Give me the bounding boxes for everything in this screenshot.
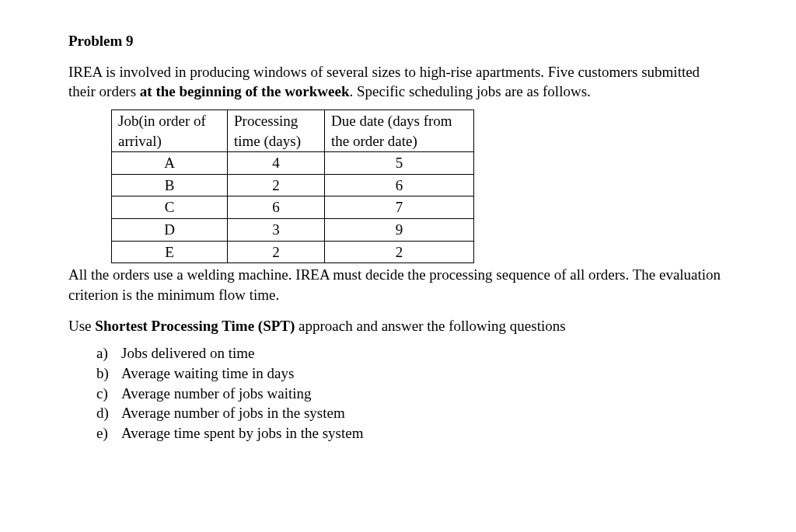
header-duedate: Due date (days from the order date)	[325, 110, 474, 151]
intro-post: . Specific scheduling jobs are as follow…	[350, 83, 591, 99]
table-row: E 2 2	[112, 241, 474, 263]
question-letter: d)	[96, 403, 113, 423]
cell-pt: 6	[228, 196, 325, 219]
cell-dd: 7	[325, 196, 474, 219]
question-text: Average number of jobs in the system	[121, 403, 345, 423]
cell-pt: 2	[228, 174, 325, 196]
cell-pt: 4	[228, 152, 325, 175]
cell-job: A	[112, 152, 228, 175]
jobs-table: Job(in order of arrival) Processing time…	[111, 110, 474, 263]
header-processing-line1: Processing	[234, 113, 298, 129]
cell-job: C	[112, 196, 228, 219]
question-letter: b)	[96, 363, 113, 384]
cell-dd: 5	[325, 152, 474, 175]
table-row: A 4 5	[112, 152, 474, 175]
problem-title: Problem 9	[68, 31, 728, 51]
header-job-line1: Job(in order of	[118, 113, 206, 129]
instruction-paragraph: Use Shortest Processing Time (SPT) appro…	[68, 316, 728, 336]
header-duedate-line2: the order date)	[331, 133, 417, 149]
cell-job: E	[112, 241, 228, 263]
table-row: C 6 7	[112, 196, 474, 219]
header-processing-line2: time (days)	[234, 133, 301, 149]
question-text: Jobs delivered on time	[121, 343, 255, 363]
list-item: b) Average waiting time in days	[96, 363, 728, 384]
header-processing: Processing time (days)	[228, 110, 325, 151]
question-letter: e)	[96, 423, 113, 443]
cell-pt: 3	[228, 219, 325, 242]
cell-pt: 2	[228, 241, 325, 263]
table-header-row: Job(in order of arrival) Processing time…	[112, 110, 474, 151]
list-item: a) Jobs delivered on time	[96, 343, 728, 363]
header-duedate-line1: Due date (days from	[331, 113, 452, 129]
cell-dd: 9	[325, 219, 474, 242]
question-text: Average waiting time in days	[121, 363, 294, 384]
header-job: Job(in order of arrival)	[112, 110, 228, 151]
after-table-paragraph: All the orders use a welding machine. IR…	[68, 265, 728, 304]
question-letter: a)	[96, 343, 113, 363]
list-item: d) Average number of jobs in the system	[96, 403, 728, 423]
intro-bold: at the beginning of the workweek	[140, 83, 350, 99]
header-job-line2: arrival)	[118, 133, 162, 149]
question-text: Average time spent by jobs in the system	[121, 423, 364, 443]
list-item: c) Average number of jobs waiting	[96, 384, 728, 404]
intro-paragraph: IREA is involved in producing windows of…	[68, 62, 728, 102]
cell-job: B	[112, 174, 228, 196]
list-item: e) Average time spent by jobs in the sys…	[96, 423, 728, 443]
table-row: D 3 9	[112, 219, 474, 242]
table-row: B 2 6	[112, 174, 474, 196]
question-text: Average number of jobs waiting	[121, 384, 311, 404]
cell-dd: 6	[325, 174, 474, 196]
question-list: a) Jobs delivered on time b) Average wai…	[96, 343, 728, 443]
cell-dd: 2	[325, 241, 474, 263]
cell-job: D	[112, 219, 228, 242]
instr-bold: Shortest Processing Time (SPT)	[95, 318, 295, 334]
instr-pre: Use	[68, 318, 95, 334]
instr-post: approach and answer the following questi…	[295, 318, 565, 334]
question-letter: c)	[96, 384, 113, 404]
